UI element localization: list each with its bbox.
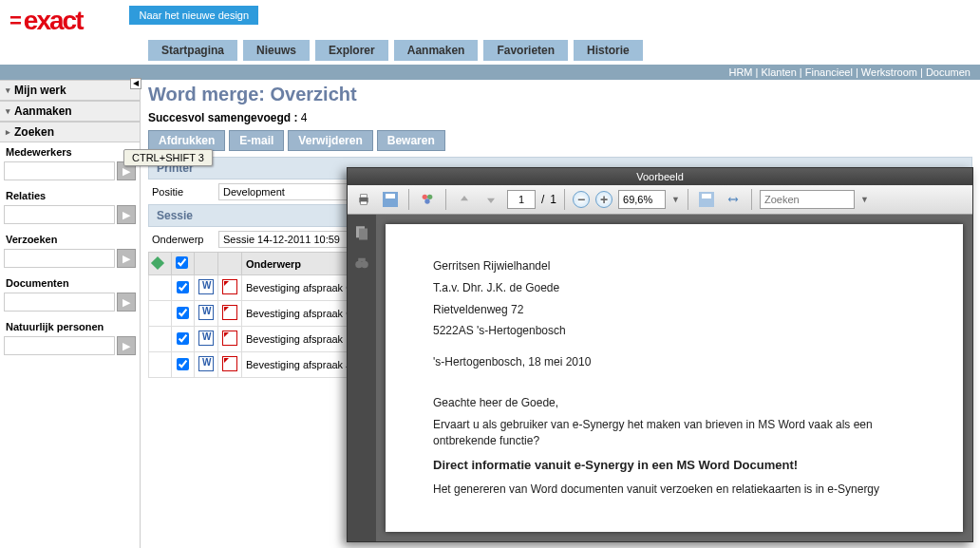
relaties-input[interactable] — [4, 205, 115, 224]
page-up-icon[interactable] — [454, 189, 475, 210]
sidebar-label-medewerkers: Medewerkers — [0, 142, 140, 161]
preview-document: Gerritsen Rijwielhandel T.a.v. Dhr. J.K.… — [386, 224, 963, 532]
pdf-icon[interactable] — [222, 279, 237, 294]
verzoeken-input[interactable] — [4, 249, 115, 268]
status-line: Succesvol samengevoegd : 4 — [148, 109, 972, 130]
row-checkbox[interactable] — [177, 358, 189, 370]
binoculars-icon[interactable] — [353, 255, 370, 272]
row-checkbox[interactable] — [177, 281, 189, 293]
word-icon[interactable] — [198, 279, 214, 294]
print-icon[interactable] — [353, 189, 374, 210]
sidebar: ▾Mijn werk ▾Aanmaken ▸Zoeken Medewerkers… — [0, 80, 141, 548]
word-icon[interactable] — [198, 305, 214, 320]
page-down-icon[interactable] — [481, 189, 501, 210]
preview-search-input[interactable] — [760, 190, 855, 209]
natuurlijk-go-icon[interactable]: ▶ — [117, 336, 136, 355]
sidebar-label-relaties: Relaties — [0, 186, 140, 205]
checkbox-all[interactable] — [176, 256, 188, 269]
preview-window: Voorbeeld / 1 − + ▼ ▼ — [347, 167, 973, 542]
mail-icon[interactable] — [417, 189, 438, 210]
preview-toolbar: / 1 − + ▼ ▼ — [348, 185, 972, 215]
pages-panel-icon[interactable] — [353, 224, 370, 241]
col-check-all[interactable] — [172, 253, 195, 275]
logo: =exact — [9, 6, 82, 36]
preview-side-tools — [348, 215, 376, 541]
search-dropdown-icon[interactable]: ▼ — [860, 195, 869, 204]
shortcut-tooltip: CTRL+SHIFT 3 — [123, 149, 213, 166]
nav-startpagina[interactable]: Startpagina — [148, 40, 237, 61]
svg-point-5 — [424, 198, 429, 203]
page-sep: / — [541, 193, 544, 206]
zoom-in-icon[interactable]: + — [595, 191, 612, 208]
nav-favorieten[interactable]: Favorieten — [483, 40, 568, 61]
svg-point-4 — [427, 195, 432, 199]
pin-icon — [151, 255, 164, 269]
main-nav: Startpagina Nieuws Explorer Aanmaken Fav… — [0, 36, 980, 65]
sidebar-section-mijnwerk[interactable]: ▾Mijn werk — [0, 80, 140, 101]
pdf-icon[interactable] — [222, 331, 237, 346]
svg-rect-8 — [359, 229, 368, 240]
sidebar-section-aanmaken[interactable]: ▾Aanmaken — [0, 101, 140, 122]
pdf-icon[interactable] — [222, 356, 237, 371]
sidebar-label-documenten: Documenten — [0, 274, 140, 293]
col-pin[interactable] — [149, 253, 172, 275]
medewerkers-input[interactable] — [4, 161, 115, 180]
svg-rect-1 — [361, 195, 368, 198]
fit-width-icon[interactable] — [723, 189, 744, 210]
bewaren-button[interactable]: Bewaren — [377, 130, 445, 151]
svg-rect-6 — [730, 198, 735, 199]
sidebar-section-zoeken[interactable]: ▸Zoeken — [0, 122, 140, 142]
page-total: 1 — [550, 193, 556, 206]
top-menu-links[interactable]: HRM | Klanten | Financieel | Werkstroom … — [0, 65, 980, 80]
nav-explorer[interactable]: Explorer — [315, 40, 388, 61]
email-button[interactable]: E-mail — [229, 130, 284, 151]
documenten-go-icon[interactable]: ▶ — [117, 293, 136, 312]
zoom-input[interactable] — [618, 190, 666, 209]
afdrukken-button[interactable]: Afdrukken — [148, 130, 225, 151]
zoom-out-icon[interactable]: − — [573, 191, 590, 208]
natuurlijk-input[interactable] — [4, 336, 115, 355]
page-title: Word merge: Overzicht — [148, 80, 972, 109]
word-icon[interactable] — [198, 356, 214, 371]
onderwerp-label: Onderwerp — [152, 234, 209, 245]
positie-label: Positie — [152, 186, 209, 198]
row-checkbox[interactable] — [177, 332, 189, 345]
pdf-icon[interactable] — [222, 305, 237, 320]
fit-page-icon[interactable] — [696, 189, 717, 210]
sidebar-label-natuurlijk: Natuurlijk personen — [0, 317, 140, 336]
relaties-go-icon[interactable]: ▶ — [117, 205, 136, 224]
zoom-dropdown-icon[interactable]: ▼ — [671, 195, 680, 204]
new-design-button[interactable]: Naar het nieuwe design — [129, 6, 258, 25]
word-icon[interactable] — [198, 331, 214, 346]
nav-aanmaken[interactable]: Aanmaken — [394, 40, 479, 61]
svg-point-10 — [361, 261, 368, 269]
save-icon[interactable] — [380, 189, 401, 210]
verwijderen-button[interactable]: Verwijderen — [288, 130, 372, 151]
nav-historie[interactable]: Historie — [574, 40, 643, 61]
preview-title: Voorbeeld — [348, 168, 972, 185]
svg-rect-11 — [358, 258, 366, 262]
sidebar-label-verzoeken: Verzoeken — [0, 230, 140, 249]
nav-nieuws[interactable]: Nieuws — [243, 40, 310, 61]
svg-rect-2 — [361, 201, 368, 204]
page-current-input[interactable] — [507, 190, 536, 209]
verzoeken-go-icon[interactable]: ▶ — [117, 249, 136, 268]
row-checkbox[interactable] — [177, 307, 189, 319]
documenten-input[interactable] — [4, 293, 115, 312]
svg-point-3 — [423, 195, 427, 199]
